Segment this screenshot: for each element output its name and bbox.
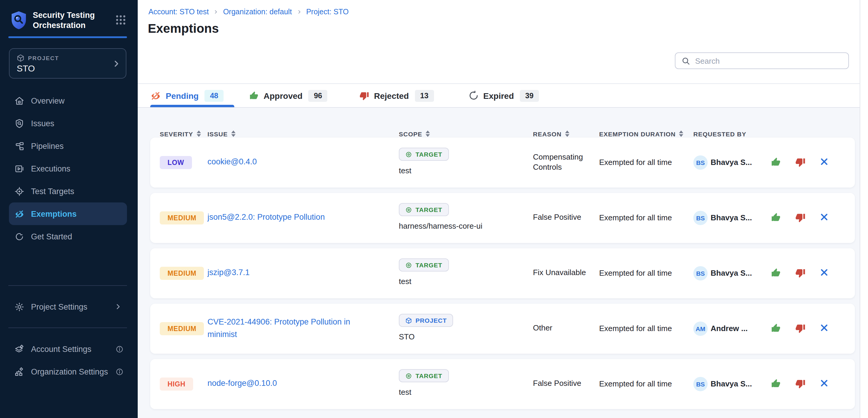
issue-link[interactable]: json5@2.2.0: Prototype Pollution (208, 212, 325, 224)
avatar: BS (693, 266, 708, 280)
tab-expired[interactable]: Expired 39 (468, 90, 539, 102)
reject-button[interactable] (795, 379, 805, 389)
avatar: BS (693, 155, 708, 170)
cancel-exemption-button[interactable] (820, 268, 830, 278)
search-input[interactable] (695, 56, 842, 65)
sto-shield-logo-icon (11, 11, 27, 30)
main-content: Account: STO test Organization: default … (138, 0, 864, 418)
sidebar-item-label: Organization Settings (31, 367, 108, 376)
sidebar-item-account-settings[interactable]: Account Settings (0, 338, 138, 360)
sidebar-item-exemptions[interactable]: Exemptions (9, 203, 127, 225)
breadcrumb-account[interactable]: Account: STO test (149, 8, 209, 16)
tab-rejected[interactable]: Rejected 13 (360, 90, 434, 102)
tab-count-badge: 13 (415, 90, 434, 102)
cancel-exemption-button[interactable] (820, 379, 830, 389)
cancel-exemption-button[interactable] (820, 158, 830, 168)
scope-type-label: TARGET (415, 262, 442, 269)
breadcrumb-project[interactable]: Project: STO (306, 8, 349, 16)
scope-cell: PROJECT STO (399, 304, 533, 341)
tab-count-badge: 48 (205, 90, 223, 102)
reason: False Positive (533, 379, 599, 389)
tabs: Pending 48 Approved 96 Rejected 13 (138, 84, 864, 108)
sidebar-item-project-settings[interactable]: Project Settings (0, 295, 138, 318)
sidebar-item-issues[interactable]: Issues (0, 112, 138, 135)
sidebar-item-executions[interactable]: Executions (0, 157, 138, 180)
sidebar-settings: Project Settings Account Settings (0, 276, 138, 383)
scope-type-label: PROJECT (415, 317, 447, 324)
scope-type-label: TARGET (415, 372, 442, 379)
sidebar-item-pipelines[interactable]: Pipelines (0, 135, 138, 157)
info-icon[interactable] (116, 345, 123, 353)
row-actions (769, 158, 845, 168)
project-selector[interactable]: PROJECT STO (9, 48, 126, 79)
header-scope[interactable]: SCOPE (399, 130, 533, 138)
approve-button[interactable] (771, 213, 781, 223)
row-actions (769, 268, 845, 278)
sort-icon[interactable] (564, 130, 570, 138)
approve-button[interactable] (771, 268, 781, 278)
tab-pending[interactable]: Pending 48 (150, 90, 223, 102)
reject-button[interactable] (795, 158, 805, 168)
header-requested-by: REQUESTED BY (693, 130, 769, 137)
divider (8, 285, 127, 286)
requester-name: Bhavya S... (711, 380, 752, 388)
info-icon[interactable] (116, 368, 123, 376)
cancel-exemption-button[interactable] (820, 324, 830, 334)
exemption-duration: Exempted for all time (599, 380, 693, 388)
chevron-right-icon (297, 9, 301, 15)
header-issue[interactable]: ISSUE (208, 130, 399, 138)
exemption-duration: Exempted for all time (599, 158, 693, 167)
cancel-exemption-button[interactable] (820, 213, 830, 223)
reject-button[interactable] (795, 213, 805, 223)
sidebar-item-test-targets[interactable]: Test Targets (0, 180, 138, 203)
issue-link[interactable]: node-forge@0.10.0 (208, 378, 277, 390)
exemptions-table: SEVERITY ISSUE SCOPE REASON EXEMPTION DU… (138, 108, 864, 414)
scope-name: test (399, 277, 533, 286)
sort-icon[interactable] (425, 130, 431, 138)
exemption-duration: Exempted for all time (599, 324, 693, 333)
approve-button[interactable] (771, 379, 781, 389)
tab-label: Expired (483, 91, 514, 100)
page-title: Exemptions (148, 22, 219, 36)
breadcrumb-organization[interactable]: Organization: default (223, 8, 292, 16)
app-header: Security Testing Orchestration (8, 8, 129, 33)
sidebar-item-get-started[interactable]: Get Started (0, 225, 138, 248)
search-icon (681, 56, 690, 65)
issue-link[interactable]: cookie@0.4.0 (208, 156, 257, 169)
requested-by: BS Bhavya S... (693, 211, 769, 225)
avatar: AM (693, 321, 708, 336)
exemption-row: HIGH node-forge@0.10.0 TARGET test False… (150, 359, 855, 409)
header-severity[interactable]: SEVERITY (160, 130, 208, 138)
sort-icon[interactable] (196, 130, 202, 138)
tab-approved[interactable]: Approved 96 (249, 90, 328, 102)
reject-button[interactable] (795, 268, 805, 278)
approve-button[interactable] (771, 158, 781, 168)
scope-type-label: TARGET (415, 151, 442, 158)
project-selector-label: PROJECT (28, 55, 59, 61)
sort-icon[interactable] (231, 130, 236, 138)
issue-link[interactable]: CVE-2021-44906: Prototype Pollution in m… (208, 316, 364, 341)
shield-search-icon (14, 118, 25, 128)
tab-label: Approved (264, 91, 303, 100)
home-icon (14, 96, 25, 106)
sidebar-item-overview[interactable]: Overview (0, 89, 138, 112)
sidebar-item-organization-settings[interactable]: Organization Settings (0, 360, 138, 383)
requested-by: BS Bhavya S... (693, 377, 769, 391)
sort-icon[interactable] (679, 130, 684, 138)
reject-button[interactable] (795, 324, 805, 334)
header-exemption-duration[interactable]: EXEMPTION DURATION (599, 130, 693, 138)
reason: False Positive (533, 213, 599, 223)
sidebar-nav: Overview Issues Pipelines (0, 89, 138, 248)
app-switcher-grid-icon[interactable] (116, 15, 126, 25)
search-box (675, 53, 849, 69)
exemption-row: MEDIUM CVE-2021-44906: Prototype Polluti… (150, 304, 855, 353)
severity-badge: MEDIUM (160, 267, 204, 280)
severity-badge: HIGH (160, 378, 193, 391)
sidebar-item-label: Get Started (31, 232, 72, 241)
project-cube-icon (405, 317, 412, 324)
issue-link[interactable]: jszip@3.7.1 (208, 267, 250, 280)
scrollbar-track[interactable] (860, 0, 864, 418)
approve-button[interactable] (771, 324, 781, 334)
header-reason[interactable]: REASON (533, 130, 599, 138)
requester-name: Bhavya S... (711, 158, 752, 167)
